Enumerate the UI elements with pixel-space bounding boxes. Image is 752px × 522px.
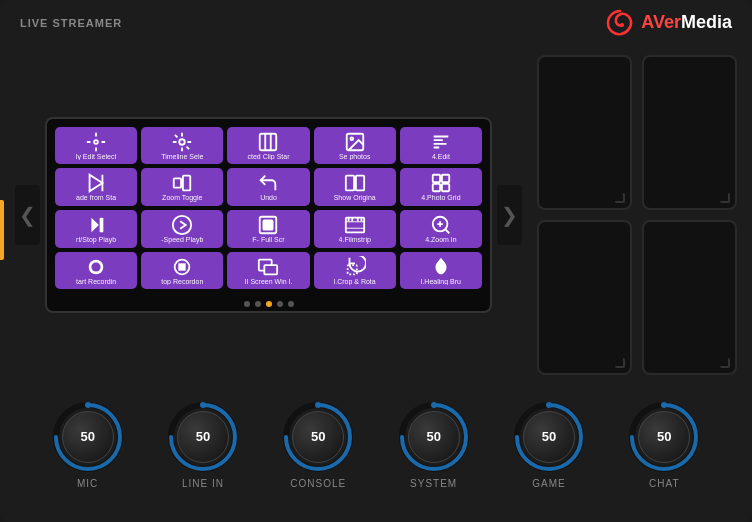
screen-window-icon	[257, 256, 279, 278]
tile-grid: ly Edit Select Timeline Sele	[47, 119, 490, 298]
tile-label-16: top Recordon	[161, 278, 203, 286]
knob-line-in-body: 50	[177, 411, 229, 463]
svg-rect-22	[433, 175, 440, 182]
device-frame: LIVE STREAMER AVerMedia ❮	[0, 0, 752, 522]
tile-healing-brush[interactable]: l.Healing Bru	[400, 252, 482, 290]
zoom-toggle-icon	[171, 172, 193, 194]
tile-label-5: ade from Sta	[76, 194, 116, 202]
knob-console: 50 CONSOLE	[283, 402, 353, 489]
screen-area: ❮ ly Edit Select Tim	[15, 45, 522, 385]
knob-chat: 50 CHAT	[629, 402, 699, 489]
knob-mic-wrapper[interactable]: 50	[53, 402, 123, 472]
screen-dots	[47, 297, 490, 311]
svg-rect-18	[174, 179, 181, 188]
dot-2[interactable]	[255, 301, 261, 307]
tile-fade[interactable]: ade from Sta	[55, 168, 137, 206]
svg-rect-45	[180, 264, 186, 270]
dot-3[interactable]	[266, 301, 272, 307]
dot-1[interactable]	[244, 301, 250, 307]
tile-edit[interactable]: 4.Edit	[400, 127, 482, 165]
dot-4[interactable]	[277, 301, 283, 307]
show-original-icon	[344, 172, 366, 194]
knob-system-value: 50	[426, 429, 440, 444]
tile-label-17: II Screen Win I.	[245, 278, 293, 286]
svg-marker-16	[90, 175, 103, 192]
avermedia-logo-icon	[605, 8, 635, 38]
tile-screen-window[interactable]: II Screen Win I.	[227, 252, 309, 290]
knob-line-in-label: LINE IN	[182, 478, 224, 489]
knob-console-body: 50	[292, 411, 344, 463]
edit-icon	[430, 131, 452, 153]
knob-game: 50 GAME	[514, 402, 584, 489]
clip-start-icon	[257, 131, 279, 153]
svg-line-39	[445, 229, 449, 233]
tile-speed-play[interactable]: -Speed Playb	[141, 210, 223, 248]
right-nav-arrow[interactable]: ❯	[497, 185, 522, 245]
tile-edit-select[interactable]: ly Edit Select	[55, 127, 137, 165]
edit-select-icon	[85, 131, 107, 153]
tile-show-original[interactable]: Show Origina	[314, 168, 396, 206]
tile-label-14: 4.Zoom In	[425, 236, 457, 244]
svg-point-6	[180, 139, 186, 145]
tile-play-stop[interactable]: rt/Stop Playb	[55, 210, 137, 248]
tile-timeline-select[interactable]: Timeline Sele	[141, 127, 223, 165]
tile-stop-record[interactable]: top Recordon	[141, 252, 223, 290]
svg-rect-27	[100, 218, 104, 233]
svg-point-58	[431, 402, 437, 408]
tile-label-4: 4.Edit	[432, 153, 450, 161]
tile-full-screen[interactable]: F- Full Scr	[227, 210, 309, 248]
pads-panel	[537, 45, 737, 385]
tile-zoom-in[interactable]: 4.Zoom In	[400, 210, 482, 248]
left-nav-arrow[interactable]: ❮	[15, 185, 40, 245]
svg-marker-26	[92, 218, 99, 233]
tile-label-7: Undo	[260, 194, 277, 202]
pad-3[interactable]	[537, 220, 632, 375]
tile-photos[interactable]: Se photos	[314, 127, 396, 165]
tile-zoom-toggle[interactable]: Zoom Toggle	[141, 168, 223, 206]
svg-point-0	[620, 23, 624, 27]
knob-game-wrapper[interactable]: 50	[514, 402, 584, 472]
knob-mic-value: 50	[80, 429, 94, 444]
speed-play-icon	[171, 214, 193, 236]
tile-clip-start[interactable]: cted Clip Star	[227, 127, 309, 165]
tile-start-record[interactable]: tart Recordin	[55, 252, 137, 290]
tile-label-1: Timeline Sele	[161, 153, 203, 161]
knob-system-wrapper[interactable]: 50	[399, 402, 469, 472]
svg-rect-35	[351, 218, 353, 222]
knob-line-in-wrapper[interactable]: 50	[168, 402, 238, 472]
undo-icon	[257, 172, 279, 194]
svg-rect-7	[260, 133, 277, 150]
healing-brush-icon	[430, 256, 452, 278]
left-accent	[0, 200, 4, 260]
crop-rotate-icon	[344, 256, 366, 278]
tile-label-18: l.Crop & Rota	[334, 278, 376, 286]
tile-undo[interactable]: Undo	[227, 168, 309, 206]
svg-rect-32	[346, 221, 364, 222]
knob-system-body: 50	[408, 411, 460, 463]
knob-system: 50 SYSTEM	[399, 402, 469, 489]
tile-filmstrip[interactable]: 4.Filmstrip	[314, 210, 396, 248]
zoom-in-icon	[430, 214, 452, 236]
tile-label-8: Show Origina	[334, 194, 376, 202]
tile-label-6: Zoom Toggle	[162, 194, 202, 202]
svg-point-62	[661, 402, 667, 408]
svg-point-28	[173, 216, 191, 234]
svg-point-1	[94, 140, 98, 144]
tile-photo-grid[interactable]: 4.Photo Grid	[400, 168, 482, 206]
dot-5[interactable]	[288, 301, 294, 307]
knob-chat-wrapper[interactable]: 50	[629, 402, 699, 472]
knobs-section: 50 MIC 50 LINE IN	[0, 385, 752, 505]
pad-1[interactable]	[537, 55, 632, 210]
tile-label-9: 4.Photo Grid	[421, 194, 460, 202]
knob-game-body: 50	[523, 411, 575, 463]
svg-point-56	[315, 402, 321, 408]
svg-point-60	[546, 402, 552, 408]
tile-label-13: 4.Filmstrip	[339, 236, 371, 244]
tile-crop-rotate[interactable]: l.Crop & Rota	[314, 252, 396, 290]
timeline-icon	[171, 131, 193, 153]
pad-2[interactable]	[642, 55, 737, 210]
pad-4[interactable]	[642, 220, 737, 375]
svg-rect-37	[360, 218, 362, 222]
knob-console-wrapper[interactable]: 50	[283, 402, 353, 472]
knob-console-label: CONSOLE	[290, 478, 346, 489]
